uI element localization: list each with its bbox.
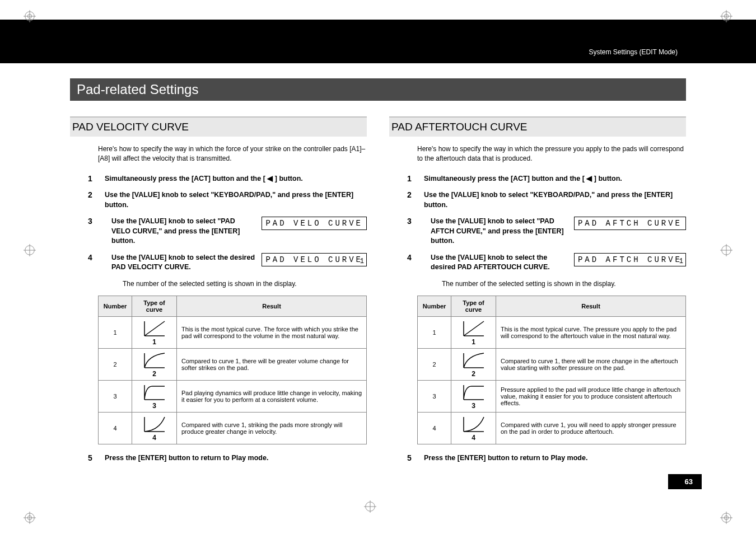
table-cell: Pressure applied to the pad will produce… xyxy=(496,380,686,412)
left-column: PAD VELOCITY CURVE Here's how to specify… xyxy=(70,116,367,470)
step-text: Use the [VALUE] knob to select the desir… xyxy=(111,253,255,273)
curve-icon: 1 xyxy=(142,319,167,346)
registration-mark-icon xyxy=(720,10,732,22)
table-cell: This is the most typical curve. The forc… xyxy=(177,316,367,348)
step-text: Use the [VALUE] knob to select "PAD AFTC… xyxy=(431,217,567,246)
header-black-band xyxy=(0,20,756,63)
table-cell: Compared with curve 1, striking the pads… xyxy=(177,412,367,444)
registration-mark-icon xyxy=(364,500,376,513)
table-row: 3 3 Pad playing dynamics will produce li… xyxy=(99,380,367,412)
curve-icon: 4 xyxy=(142,415,167,442)
step-text: Use the [VALUE] knob to select "KEYBOARD… xyxy=(105,190,367,210)
curve-icon: 3 xyxy=(461,383,486,410)
table-header: Number xyxy=(418,296,451,316)
step-note: The number of the selected setting is sh… xyxy=(442,279,686,289)
step-text: Press the [ENTER] button to return to Pl… xyxy=(105,453,367,463)
table-row: 4 4 Compared with curve 1, striking the … xyxy=(99,412,367,444)
step-number: 3 xyxy=(88,217,105,226)
table-cell: Pad playing dynamics will produce little… xyxy=(177,380,367,412)
registration-mark-icon xyxy=(24,244,36,256)
curve-icon: 2 xyxy=(461,351,486,378)
velocity-curve-table: Number Type of curve Result 1 1 This is … xyxy=(98,296,367,444)
pad-velocity-title: PAD VELOCITY CURVE xyxy=(70,116,367,137)
table-row: 4 4 Compared with curve 1, you will need… xyxy=(418,412,686,444)
step-text: Simultaneously press the [ACT] button an… xyxy=(424,174,686,184)
section-title: Pad-related Settings xyxy=(70,78,686,101)
lcd-screen: PAD AFTCH CURVE xyxy=(574,217,686,230)
aftertouch-curve-table: Number Type of curve Result 1 1 This is … xyxy=(417,296,686,444)
step-number: 4 xyxy=(407,253,424,262)
page-content: Pad-related Settings PAD VELOCITY CURVE … xyxy=(70,78,686,470)
registration-mark-icon xyxy=(24,10,36,22)
table-row: 2 2 Compared to curve 1, there will be m… xyxy=(418,348,686,380)
table-header: Number xyxy=(99,296,132,316)
registration-mark-icon xyxy=(720,244,732,256)
table-header: Result xyxy=(177,296,367,316)
step-number: 1 xyxy=(88,174,105,184)
step-note: The number of the selected setting is sh… xyxy=(123,279,367,289)
table-header: Type of curve xyxy=(451,296,496,316)
lcd-screen: PAD AFTCH CURVE1 xyxy=(574,253,686,266)
step-number: 3 xyxy=(407,217,424,226)
table-row: 1 1 This is the most typical curve. The … xyxy=(418,316,686,348)
step-text: Use the [VALUE] knob to select "PAD VELO… xyxy=(111,217,255,246)
table-row: 3 3 Pressure applied to the pad will pro… xyxy=(418,380,686,412)
step-number: 1 xyxy=(407,174,424,184)
step-text: Use the [VALUE] knob to select the desir… xyxy=(431,253,567,273)
step-text: Simultaneously press the [ACT] button an… xyxy=(105,174,367,184)
table-cell: Compared with curve 1, you will need to … xyxy=(496,412,686,444)
curve-icon: 3 xyxy=(142,383,167,410)
pad-velocity-intro: Here's how to specify the way in which t… xyxy=(98,144,367,164)
table-row: 1 1 This is the most typical curve. The … xyxy=(99,316,367,348)
lcd-screen: PAD VELO CURVE xyxy=(262,217,367,230)
step-text: Press the [ENTER] button to return to Pl… xyxy=(424,453,686,463)
step-number: 5 xyxy=(88,453,105,463)
pad-aftertouch-intro: Here's how to specify the way in which t… xyxy=(417,144,686,164)
step-number: 4 xyxy=(88,253,105,262)
breadcrumb: System Settings (EDIT Mode) xyxy=(589,48,678,56)
registration-mark-icon xyxy=(24,512,36,524)
step-text: Use the [VALUE] knob to select "KEYBOARD… xyxy=(424,190,686,210)
step-number: 2 xyxy=(407,190,424,210)
pad-aftertouch-title: PAD AFTERTOUCH CURVE xyxy=(389,116,686,137)
step-number: 5 xyxy=(407,453,424,463)
registration-mark-icon xyxy=(720,512,732,524)
table-cell: This is the most typical curve. The pres… xyxy=(496,316,686,348)
page-number: 63 xyxy=(668,474,702,489)
lcd-screen: PAD VELO CURVE1 xyxy=(262,253,367,266)
table-cell: Compared to curve 1, there will be more … xyxy=(496,348,686,380)
curve-icon: 4 xyxy=(461,415,486,442)
curve-icon: 2 xyxy=(142,351,167,378)
table-header: Type of curve xyxy=(132,296,177,316)
table-cell: Compared to curve 1, there will be great… xyxy=(177,348,367,380)
right-column: PAD AFTERTOUCH CURVE Here's how to speci… xyxy=(389,116,686,470)
table-row: 2 2 Compared to curve 1, there will be g… xyxy=(99,348,367,380)
step-number: 2 xyxy=(88,190,105,210)
table-header: Result xyxy=(496,296,686,316)
curve-icon: 1 xyxy=(461,319,486,346)
